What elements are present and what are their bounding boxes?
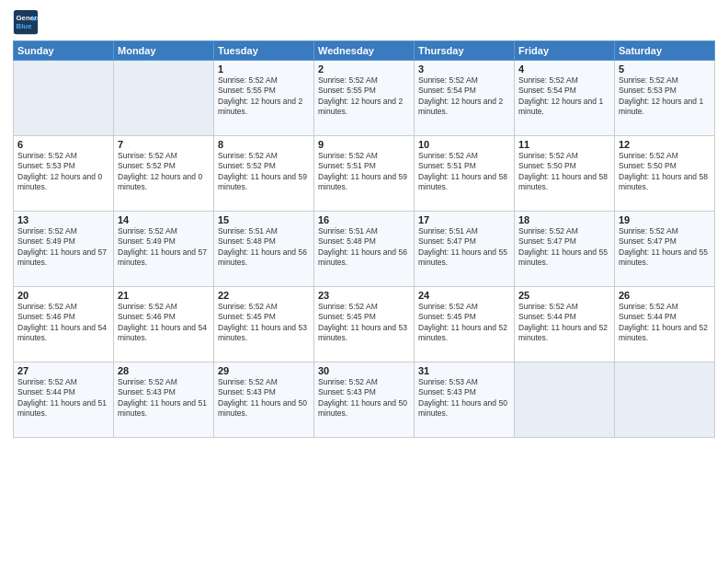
day-cell: 25Sunrise: 5:52 AMSunset: 5:44 PMDayligh… (515, 287, 615, 362)
day-cell (515, 362, 615, 438)
day-info: Sunrise: 5:52 AMSunset: 5:52 PMDaylight:… (218, 151, 310, 193)
day-number: 28 (118, 365, 210, 376)
day-info: Sunrise: 5:52 AMSunset: 5:43 PMDaylight:… (318, 377, 410, 419)
svg-text:General: General (17, 14, 40, 22)
day-cell (14, 61, 114, 136)
day-number: 8 (218, 139, 310, 150)
day-cell: 5Sunrise: 5:52 AMSunset: 5:53 PMDaylight… (615, 61, 715, 136)
day-info: Sunrise: 5:51 AMSunset: 5:47 PMDaylight:… (418, 226, 510, 269)
day-number: 10 (418, 139, 510, 150)
day-cell: 26Sunrise: 5:52 AMSunset: 5:44 PMDayligh… (615, 287, 715, 362)
day-number: 4 (518, 63, 610, 75)
day-cell: 6Sunrise: 5:52 AMSunset: 5:53 PMDaylight… (14, 136, 114, 212)
day-info: Sunrise: 5:52 AMSunset: 5:54 PMDaylight:… (418, 75, 510, 118)
day-info: Sunrise: 5:52 AMSunset: 5:43 PMDaylight:… (218, 377, 310, 419)
day-cell: 11Sunrise: 5:52 AMSunset: 5:50 PMDayligh… (515, 136, 615, 212)
day-cell: 23Sunrise: 5:52 AMSunset: 5:45 PMDayligh… (314, 287, 415, 362)
day-info: Sunrise: 5:53 AMSunset: 5:43 PMDaylight:… (418, 377, 510, 419)
day-info: Sunrise: 5:52 AMSunset: 5:50 PMDaylight:… (619, 151, 711, 193)
svg-text:Blue: Blue (17, 22, 33, 30)
day-info: Sunrise: 5:52 AMSunset: 5:43 PMDaylight:… (118, 377, 210, 419)
logo-icon: General Blue (13, 9, 39, 35)
day-info: Sunrise: 5:52 AMSunset: 5:46 PMDaylight:… (118, 302, 210, 344)
day-cell: 4Sunrise: 5:52 AMSunset: 5:54 PMDaylight… (515, 61, 615, 136)
day-header: Thursday (415, 41, 515, 61)
day-info: Sunrise: 5:52 AMSunset: 5:53 PMDaylight:… (17, 151, 109, 193)
day-info: Sunrise: 5:52 AMSunset: 5:45 PMDaylight:… (418, 302, 510, 344)
day-cell: 20Sunrise: 5:52 AMSunset: 5:46 PMDayligh… (14, 287, 114, 362)
day-number: 3 (418, 63, 510, 75)
header-row: SundayMondayTuesdayWednesdayThursdayFrid… (14, 41, 715, 61)
day-number: 30 (318, 365, 410, 376)
day-cell: 19Sunrise: 5:52 AMSunset: 5:47 PMDayligh… (615, 212, 715, 287)
day-number: 23 (318, 290, 410, 301)
week-row: 27Sunrise: 5:52 AMSunset: 5:44 PMDayligh… (14, 362, 715, 438)
day-header: Sunday (14, 41, 114, 61)
day-cell: 13Sunrise: 5:52 AMSunset: 5:49 PMDayligh… (14, 212, 114, 287)
day-cell (615, 362, 715, 438)
day-number: 26 (619, 290, 711, 301)
day-info: Sunrise: 5:52 AMSunset: 5:51 PMDaylight:… (418, 151, 510, 193)
day-info: Sunrise: 5:52 AMSunset: 5:47 PMDaylight:… (619, 226, 711, 269)
day-info: Sunrise: 5:52 AMSunset: 5:53 PMDaylight:… (619, 75, 711, 118)
day-number: 16 (318, 214, 410, 225)
day-info: Sunrise: 5:52 AMSunset: 5:51 PMDaylight:… (318, 151, 410, 193)
day-cell: 7Sunrise: 5:52 AMSunset: 5:52 PMDaylight… (114, 136, 214, 212)
day-cell: 30Sunrise: 5:52 AMSunset: 5:43 PMDayligh… (314, 362, 415, 438)
day-cell: 12Sunrise: 5:52 AMSunset: 5:50 PMDayligh… (615, 136, 715, 212)
day-number: 21 (118, 290, 210, 301)
day-cell: 17Sunrise: 5:51 AMSunset: 5:47 PMDayligh… (415, 212, 515, 287)
day-cell: 29Sunrise: 5:52 AMSunset: 5:43 PMDayligh… (214, 362, 314, 438)
day-cell: 10Sunrise: 5:52 AMSunset: 5:51 PMDayligh… (415, 136, 515, 212)
day-cell: 15Sunrise: 5:51 AMSunset: 5:48 PMDayligh… (214, 212, 314, 287)
calendar-table: SundayMondayTuesdayWednesdayThursdayFrid… (13, 40, 715, 438)
day-cell: 8Sunrise: 5:52 AMSunset: 5:52 PMDaylight… (214, 136, 314, 212)
day-info: Sunrise: 5:52 AMSunset: 5:54 PMDaylight:… (518, 75, 610, 118)
day-cell: 16Sunrise: 5:51 AMSunset: 5:48 PMDayligh… (314, 212, 415, 287)
day-number: 20 (17, 290, 109, 301)
day-cell: 1Sunrise: 5:52 AMSunset: 5:55 PMDaylight… (214, 61, 314, 136)
day-info: Sunrise: 5:52 AMSunset: 5:45 PMDaylight:… (218, 302, 310, 344)
day-number: 31 (418, 365, 510, 376)
day-number: 22 (218, 290, 310, 301)
day-number: 27 (17, 365, 109, 376)
day-number: 13 (17, 214, 109, 225)
day-info: Sunrise: 5:52 AMSunset: 5:52 PMDaylight:… (118, 151, 210, 193)
day-number: 25 (518, 290, 610, 301)
day-header: Saturday (615, 41, 715, 61)
day-cell: 27Sunrise: 5:52 AMSunset: 5:44 PMDayligh… (14, 362, 114, 438)
page: General Blue SundayMondayTuesdayWednesda… (0, 0, 728, 563)
day-cell: 9Sunrise: 5:52 AMSunset: 5:51 PMDaylight… (314, 136, 415, 212)
day-number: 14 (118, 214, 210, 225)
day-info: Sunrise: 5:52 AMSunset: 5:47 PMDaylight:… (518, 226, 610, 269)
day-number: 19 (619, 214, 711, 225)
day-number: 29 (218, 365, 310, 376)
logo: General Blue (13, 9, 42, 35)
day-number: 18 (518, 214, 610, 225)
day-cell: 21Sunrise: 5:52 AMSunset: 5:46 PMDayligh… (114, 287, 214, 362)
day-header: Friday (515, 41, 615, 61)
day-cell: 3Sunrise: 5:52 AMSunset: 5:54 PMDaylight… (415, 61, 515, 136)
day-cell: 22Sunrise: 5:52 AMSunset: 5:45 PMDayligh… (214, 287, 314, 362)
day-cell (114, 61, 214, 136)
day-cell: 2Sunrise: 5:52 AMSunset: 5:55 PMDaylight… (314, 61, 415, 136)
day-number: 7 (118, 139, 210, 150)
day-number: 17 (418, 214, 510, 225)
day-info: Sunrise: 5:52 AMSunset: 5:44 PMDaylight:… (17, 377, 109, 419)
day-info: Sunrise: 5:52 AMSunset: 5:50 PMDaylight:… (518, 151, 610, 193)
day-cell: 14Sunrise: 5:52 AMSunset: 5:49 PMDayligh… (114, 212, 214, 287)
day-info: Sunrise: 5:52 AMSunset: 5:49 PMDaylight:… (17, 226, 109, 269)
day-cell: 31Sunrise: 5:53 AMSunset: 5:43 PMDayligh… (415, 362, 515, 438)
day-info: Sunrise: 5:52 AMSunset: 5:49 PMDaylight:… (118, 226, 210, 269)
day-info: Sunrise: 5:52 AMSunset: 5:44 PMDaylight:… (619, 302, 711, 344)
header: General Blue (13, 9, 715, 35)
day-info: Sunrise: 5:51 AMSunset: 5:48 PMDaylight:… (318, 226, 410, 269)
day-number: 9 (318, 139, 410, 150)
day-cell: 28Sunrise: 5:52 AMSunset: 5:43 PMDayligh… (114, 362, 214, 438)
day-info: Sunrise: 5:52 AMSunset: 5:46 PMDaylight:… (17, 302, 109, 344)
week-row: 6Sunrise: 5:52 AMSunset: 5:53 PMDaylight… (14, 136, 715, 212)
day-number: 12 (619, 139, 711, 150)
day-number: 2 (318, 63, 410, 75)
day-cell: 24Sunrise: 5:52 AMSunset: 5:45 PMDayligh… (415, 287, 515, 362)
day-cell: 18Sunrise: 5:52 AMSunset: 5:47 PMDayligh… (515, 212, 615, 287)
